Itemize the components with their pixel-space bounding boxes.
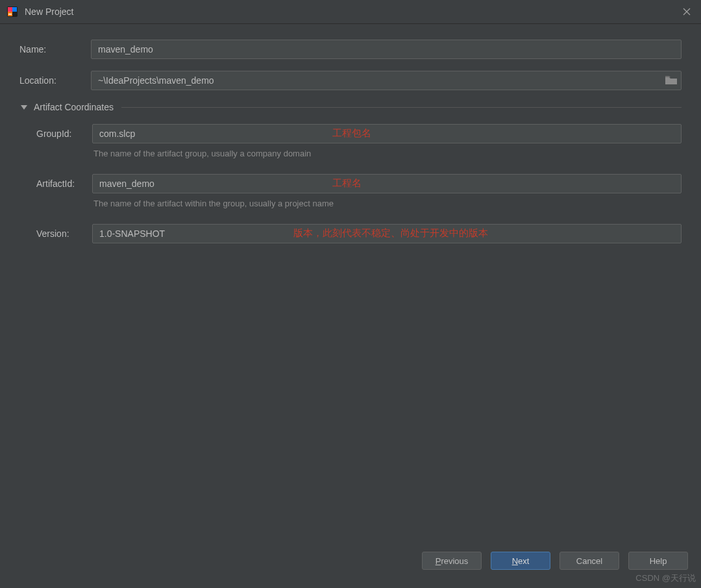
groupid-row: GroupId: 工程包名 bbox=[36, 124, 682, 143]
dialog-content: Name: Location: Artifact Coordinates bbox=[0, 24, 701, 543]
name-input[interactable] bbox=[91, 40, 682, 59]
svg-rect-2 bbox=[12, 7, 17, 12]
location-row: Location: bbox=[19, 71, 682, 90]
groupid-label: GroupId: bbox=[36, 129, 92, 139]
titlebar: New Project bbox=[0, 0, 701, 24]
artifactid-input[interactable] bbox=[92, 174, 682, 193]
location-input[interactable] bbox=[91, 71, 682, 90]
section-divider bbox=[121, 107, 682, 108]
artifactid-row: ArtifactId: 工程名 bbox=[36, 174, 682, 193]
dialog-footer: Previous Next Cancel Help bbox=[0, 543, 701, 588]
version-label: Version: bbox=[36, 228, 92, 239]
location-label: Location: bbox=[19, 75, 91, 86]
name-row: Name: bbox=[19, 40, 682, 59]
close-icon[interactable] bbox=[679, 4, 695, 19]
chevron-down-icon bbox=[19, 103, 29, 112]
next-button[interactable]: Next bbox=[491, 552, 550, 570]
section-title: Artifact Coordinates bbox=[34, 102, 114, 112]
groupid-hint: The name of the artifact group, usually … bbox=[93, 149, 682, 158]
name-label: Name: bbox=[19, 44, 91, 55]
version-row: Version: 版本，此刻代表不稳定、尚处于开发中的版本 bbox=[36, 224, 682, 243]
svg-rect-4 bbox=[8, 14, 12, 15]
new-project-dialog: New Project Name: Location: bbox=[0, 0, 701, 588]
artifactid-label: ArtifactId: bbox=[36, 178, 92, 189]
svg-marker-7 bbox=[21, 105, 27, 110]
artifact-section: GroupId: 工程包名 The name of the artifact g… bbox=[19, 124, 682, 243]
help-button[interactable]: Help bbox=[628, 552, 688, 570]
browse-folder-icon[interactable] bbox=[665, 75, 678, 86]
svg-rect-1 bbox=[8, 7, 12, 12]
previous-button[interactable]: Previous bbox=[422, 552, 482, 570]
window-title: New Project bbox=[25, 6, 679, 17]
intellij-icon bbox=[6, 6, 18, 18]
groupid-input[interactable] bbox=[92, 124, 682, 143]
artifactid-hint: The name of the artifact within the grou… bbox=[93, 199, 682, 208]
cancel-button[interactable]: Cancel bbox=[560, 552, 619, 570]
version-input[interactable] bbox=[92, 224, 682, 243]
artifact-coordinates-header[interactable]: Artifact Coordinates bbox=[19, 102, 682, 112]
